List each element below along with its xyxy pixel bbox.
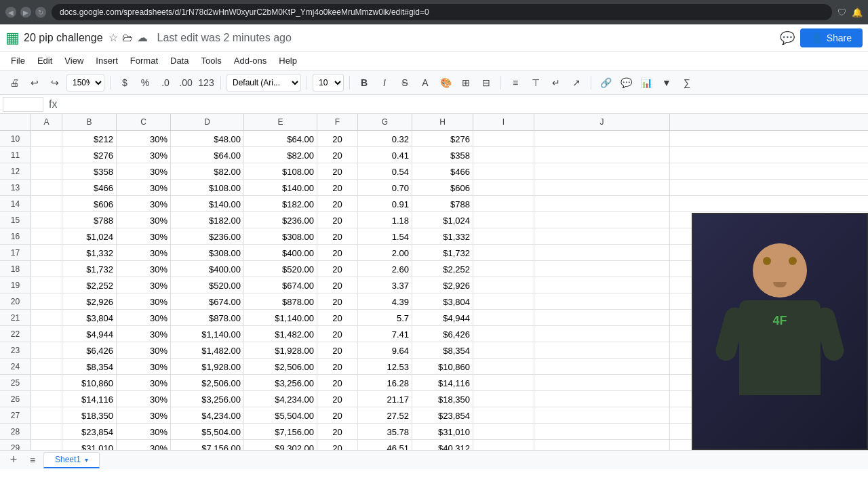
format-123-button[interactable]: 123 — [197, 74, 215, 92]
cell-b24[interactable]: $8,354 — [62, 359, 117, 375]
cell-d26[interactable]: $3,256.00 — [171, 391, 244, 407]
cell-b17[interactable]: $1,332 — [62, 245, 117, 261]
cell-e14[interactable]: $182.00 — [244, 196, 317, 212]
menu-file[interactable]: File — [5, 53, 31, 68]
cell-j26[interactable] — [534, 391, 670, 407]
cell-j25[interactable] — [534, 375, 670, 391]
menu-tools[interactable]: Tools — [195, 53, 226, 68]
cell-g27[interactable]: 27.52 — [358, 407, 412, 424]
cell-c11[interactable]: 30% — [117, 147, 171, 163]
cell-e27[interactable]: $5,504.00 — [244, 407, 317, 424]
cell-d10[interactable]: $48.00 — [171, 131, 244, 147]
cell-f19[interactable]: 20 — [317, 277, 358, 293]
cell-i25[interactable] — [473, 375, 534, 391]
menu-addons[interactable]: Add-ons — [229, 53, 272, 68]
row-number[interactable]: 19 — [0, 277, 31, 293]
cell-h19[interactable]: $2,926 — [412, 277, 473, 293]
cell-i26[interactable] — [473, 391, 534, 407]
cell-f16[interactable]: 20 — [317, 228, 358, 245]
cell-a19[interactable] — [31, 277, 62, 293]
cell-b19[interactable]: $2,252 — [62, 277, 117, 293]
add-sheet-button[interactable]: + — [5, 452, 22, 468]
cell-d15[interactable]: $182.00 — [171, 212, 244, 228]
cell-a27[interactable] — [31, 407, 62, 424]
cell-b13[interactable]: $466 — [62, 180, 117, 196]
cell-h17[interactable]: $1,732 — [412, 245, 473, 261]
document-title[interactable]: 20 pip challenge — [24, 32, 103, 44]
row-number[interactable]: 26 — [0, 391, 31, 407]
cell-j23[interactable] — [534, 342, 670, 359]
cell-c27[interactable]: 30% — [117, 407, 171, 424]
row-number[interactable]: 24 — [0, 359, 31, 374]
col-header-g[interactable]: G — [358, 114, 412, 130]
cell-h20[interactable]: $3,804 — [412, 293, 473, 310]
comment-button[interactable]: 💬 — [617, 74, 635, 92]
cell-a18[interactable] — [31, 261, 62, 277]
cell-j21[interactable] — [534, 310, 670, 326]
cell-a26[interactable] — [31, 391, 62, 407]
cell-f17[interactable]: 20 — [317, 245, 358, 261]
cell-d28[interactable]: $5,504.00 — [171, 424, 244, 440]
cell-g18[interactable]: 2.60 — [358, 261, 412, 277]
cell-c13[interactable]: 30% — [117, 180, 171, 196]
cell-c25[interactable]: 30% — [117, 375, 171, 391]
chart-button[interactable]: 📊 — [637, 74, 655, 92]
cell-c18[interactable]: 30% — [117, 261, 171, 277]
cell-h18[interactable]: $2,252 — [412, 261, 473, 277]
cell-a11[interactable] — [31, 147, 62, 163]
cell-f20[interactable]: 20 — [317, 293, 358, 310]
sheet-tab-dropdown-icon[interactable]: ▾ — [85, 456, 88, 464]
cell-b22[interactable]: $4,944 — [62, 326, 117, 342]
formula-input[interactable] — [60, 97, 865, 112]
cell-a17[interactable] — [31, 245, 62, 261]
cell-e28[interactable]: $7,156.00 — [244, 424, 317, 440]
cell-i14[interactable] — [473, 196, 534, 212]
cell-g11[interactable]: 0.41 — [358, 147, 412, 163]
cell-j19[interactable] — [534, 277, 670, 293]
cell-h28[interactable]: $31,010 — [412, 424, 473, 440]
forward-button[interactable]: ▶ — [20, 7, 31, 18]
cell-i23[interactable] — [473, 342, 534, 359]
cell-e20[interactable]: $878.00 — [244, 293, 317, 310]
row-number[interactable]: 13 — [0, 180, 31, 195]
cell-h13[interactable]: $606 — [412, 180, 473, 196]
cell-d11[interactable]: $64.00 — [171, 147, 244, 163]
cell-g12[interactable]: 0.54 — [358, 163, 412, 180]
cell-i13[interactable] — [473, 180, 534, 196]
row-number[interactable]: 12 — [0, 163, 31, 179]
cell-f10[interactable]: 20 — [317, 131, 358, 147]
cell-b14[interactable]: $606 — [62, 196, 117, 212]
cell-f12[interactable]: 20 — [317, 163, 358, 180]
cell-j20[interactable] — [534, 293, 670, 310]
cell-f15[interactable]: 20 — [317, 212, 358, 228]
cell-e23[interactable]: $1,928.00 — [244, 342, 317, 359]
cell-e13[interactable]: $140.00 — [244, 180, 317, 196]
cell-f14[interactable]: 20 — [317, 196, 358, 212]
bold-button[interactable]: B — [355, 74, 373, 92]
cell-b21[interactable]: $3,804 — [62, 310, 117, 326]
cell-e24[interactable]: $2,506.00 — [244, 359, 317, 375]
cell-d24[interactable]: $1,928.00 — [171, 359, 244, 375]
cell-c22[interactable]: 30% — [117, 326, 171, 342]
col-header-f[interactable]: F — [317, 114, 358, 130]
cell-e18[interactable]: $520.00 — [244, 261, 317, 277]
star-icon[interactable]: ☆ — [108, 31, 118, 44]
row-number[interactable]: 27 — [0, 407, 31, 423]
cell-i11[interactable] — [473, 147, 534, 163]
cell-j28[interactable] — [534, 424, 670, 440]
percent-button[interactable]: % — [136, 74, 154, 92]
cell-d12[interactable]: $82.00 — [171, 163, 244, 180]
col-header-h[interactable]: H — [412, 114, 473, 130]
cell-g26[interactable]: 21.17 — [358, 391, 412, 407]
rotate-button[interactable]: ↗ — [568, 74, 585, 92]
cell-g20[interactable]: 4.39 — [358, 293, 412, 310]
cell-c12[interactable]: 30% — [117, 163, 171, 180]
cell-c20[interactable]: 30% — [117, 293, 171, 310]
cell-i17[interactable] — [473, 245, 534, 261]
sheet-menu-button[interactable]: ≡ — [24, 452, 41, 468]
cell-h14[interactable]: $788 — [412, 196, 473, 212]
function-button[interactable]: ∑ — [678, 74, 696, 92]
cell-a20[interactable] — [31, 293, 62, 310]
cell-i28[interactable] — [473, 424, 534, 440]
cell-g25[interactable]: 16.28 — [358, 375, 412, 391]
